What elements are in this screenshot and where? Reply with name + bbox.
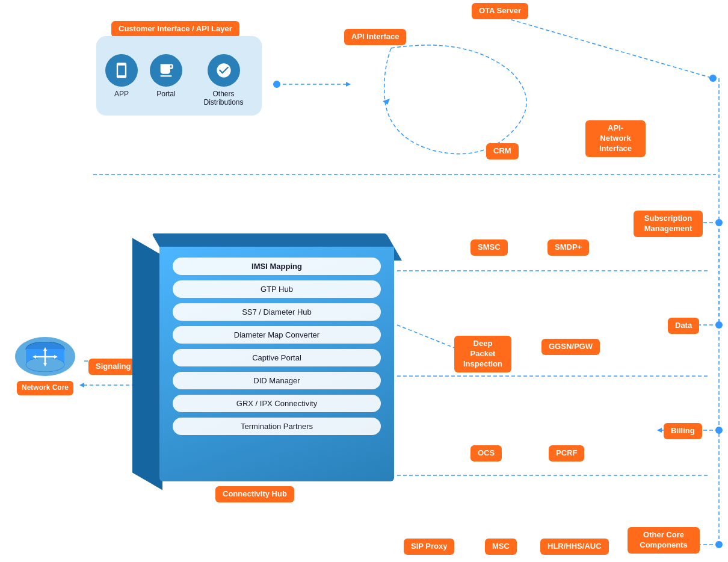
sip-proxy-label: SIP Proxy [404,539,454,555]
pcrf-label: PCRF [549,445,584,462]
customer-interface-label: Customer Interface / API Layer [111,21,239,37]
other-core-components-label: Other Core Components [628,527,700,554]
subscription-management-label: Subscription Management [634,211,703,237]
svg-point-13 [715,321,723,329]
svg-point-16 [715,427,723,434]
svg-marker-15 [657,428,662,433]
svg-point-5 [709,75,717,82]
billing-label: Billing [664,423,702,439]
msc-label: MSC [485,539,517,555]
svg-point-2 [273,81,280,88]
app-icon [105,54,138,87]
app-item: APP [105,54,138,107]
svg-marker-1 [346,82,351,87]
smdp-label: SMDP+ [548,239,589,256]
cube-front-face: IMSI Mapping GTP Hub SS7 / Diameter Hub … [159,247,394,481]
cube-row-captive: Captive Portal [173,349,381,366]
hlr-hhs-auc-label: HLR/HHS/AUC [540,539,609,555]
crm-label: CRM [486,143,519,159]
customer-interface-box: APP Portal Others Distributions [96,36,262,116]
cube-side-face [132,238,162,490]
cube-row-imsi: IMSI Mapping [173,258,381,275]
cube-row-grx: GRX / IPX Connectivity [173,395,381,412]
deep-packet-inspection-label: Deep Packet Inspection [454,336,511,372]
cube-row-gtp: GTP Hub [173,280,381,298]
others-icon [208,54,240,87]
network-core-icon [15,337,75,376]
portal-icon [150,54,182,87]
cube-row-diameter: Diameter Map Converter [173,326,381,344]
ocs-label: OCS [470,445,502,462]
others-item: Others Distributions [194,54,253,107]
connectivity-hub-label: Connectivity Hub [215,486,294,502]
svg-point-19 [715,541,723,548]
svg-point-9 [715,219,723,226]
smsc-label: SMSC [470,239,508,256]
portal-item: Portal [150,54,182,107]
diagram-container: Customer Interface / API Layer APP Porta… [0,0,728,562]
data-label: Data [668,318,699,334]
svg-line-4 [505,18,713,78]
signaling-label: Signaling [88,359,138,375]
network-core-container: Network Core [9,337,81,395]
cube-row-ss7: SS7 / Diameter Hub [173,303,381,321]
network-core-label: Network Core [17,381,73,395]
connectivity-hub-3d: IMSI Mapping GTP Hub SS7 / Diameter Hub … [132,233,421,510]
ota-server-label: OTA Server [472,3,528,19]
api-network-interface-label: API-Network Interface [585,120,646,157]
cube-row-termination: Termination Partners [173,418,381,435]
cube-row-did: DID Manager [173,372,381,389]
icons-row: APP Portal Others Distributions [105,54,253,107]
svg-marker-3 [383,99,390,105]
ggsn-pgw-label: GGSN/PGW [541,339,600,355]
api-interface-label: API Interface [344,29,406,45]
